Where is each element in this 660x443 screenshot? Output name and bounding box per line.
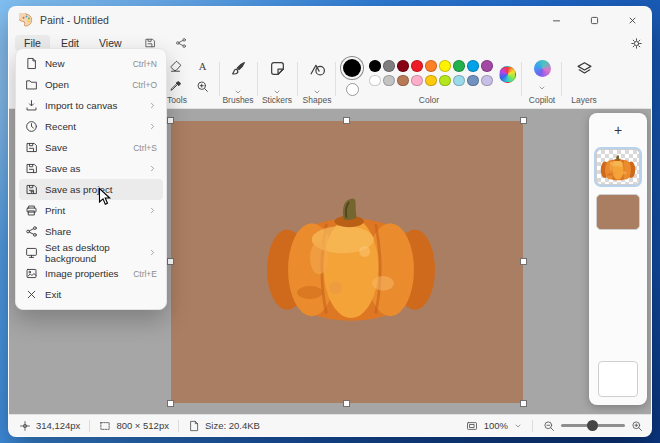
ribbon-separator (257, 62, 258, 96)
properties-icon (25, 267, 38, 280)
layers-button[interactable] (563, 55, 605, 81)
copilot-label: Copilot (523, 95, 561, 105)
color-swatch-2[interactable] (397, 60, 409, 72)
save-as-icon (25, 162, 38, 175)
sticker-icon (269, 60, 286, 81)
eraser-tool-icon[interactable] (164, 58, 186, 76)
selection-handle-ml[interactable] (167, 258, 174, 265)
color-wheel-button[interactable] (499, 66, 516, 83)
file-menu-item-label: Save as (45, 163, 80, 174)
color-swatch-11[interactable] (397, 75, 409, 87)
selection-handle-tl[interactable] (167, 117, 174, 124)
color-swatch-15[interactable] (453, 75, 465, 87)
color-palette (369, 60, 495, 89)
color-swatch-5[interactable] (439, 60, 451, 72)
color-swatch-4[interactable] (425, 60, 437, 72)
copilot-button[interactable] (523, 55, 561, 96)
brushes-button[interactable] (221, 55, 255, 100)
window-controls (537, 7, 651, 33)
maximize-button[interactable] (575, 7, 613, 33)
menu-shortcut: Ctrl+O (132, 80, 157, 90)
file-menu-item-image-properties[interactable]: Image propertiesCtrl+E (19, 263, 163, 284)
color-swatch-10[interactable] (383, 75, 395, 87)
minimize-button[interactable] (537, 7, 575, 33)
file-menu-item-recent[interactable]: Recent (19, 116, 163, 137)
eyedropper-tool-icon[interactable] (164, 78, 186, 96)
selection-handle-bl[interactable] (167, 400, 174, 407)
zoom-out-icon[interactable] (543, 420, 555, 432)
zoom-dropdown-chevron-icon[interactable] (514, 422, 522, 430)
foreground-color-swatch[interactable] (343, 59, 361, 77)
shapes-button[interactable] (299, 55, 335, 100)
shapes-icon (309, 60, 326, 81)
open-icon (25, 78, 38, 91)
exit-icon (25, 288, 38, 301)
add-layer-button[interactable]: + (607, 120, 629, 140)
file-size-icon (188, 420, 200, 432)
file-menu-item-open[interactable]: OpenCtrl+O (19, 74, 163, 95)
file-menu-item-save[interactable]: SaveCtrl+S (19, 137, 163, 158)
chevron-down-icon (538, 78, 546, 96)
file-menu-item-set-as-desktop-background[interactable]: Set as desktop background (19, 242, 163, 263)
shapes-group: Shapes (299, 55, 335, 107)
selection-handle-br[interactable] (520, 400, 527, 407)
file-menu-item-label: Recent (45, 121, 76, 132)
close-button[interactable] (613, 7, 651, 33)
zoom-slider[interactable] (561, 424, 625, 427)
file-menu-item-exit[interactable]: Exit (19, 284, 163, 305)
color-swatch-17[interactable] (481, 75, 493, 87)
color-swatch-16[interactable] (467, 75, 479, 87)
file-menu-item-import-to-canvas[interactable]: Import to canvas (19, 95, 163, 116)
color-swatch-13[interactable] (425, 75, 437, 87)
settings-gear-icon[interactable] (630, 37, 643, 50)
pumpkin-thumbnail-artwork (598, 152, 638, 182)
color-swatch-1[interactable] (383, 60, 395, 72)
zoom-in-icon[interactable] (631, 420, 643, 432)
stickers-button[interactable] (259, 55, 295, 100)
file-menu-item-save-as[interactable]: Save as (19, 158, 163, 179)
magnifier-tool-icon[interactable] (191, 78, 213, 96)
submenu-chevron-icon (148, 248, 157, 257)
copilot-group: Copilot (523, 55, 561, 107)
selection-handle-mr[interactable] (520, 258, 527, 265)
color-swatch-3[interactable] (411, 60, 423, 72)
color-swatch-0[interactable] (369, 60, 381, 72)
fit-to-screen-icon[interactable] (466, 420, 478, 432)
selection-handle-tm[interactable] (343, 117, 350, 124)
zoom-level[interactable]: 100% (484, 420, 508, 431)
canvas[interactable] (171, 121, 523, 403)
color-swatch-6[interactable] (453, 60, 465, 72)
submenu-chevron-icon (148, 101, 157, 110)
selection-handle-tr[interactable] (520, 117, 527, 124)
file-menu-item-label: Save (45, 142, 67, 153)
file-menu-item-label: Set as desktop background (45, 242, 141, 264)
recent-icon (25, 120, 38, 133)
file-menu-item-share[interactable]: Share (19, 221, 163, 242)
canvas-background-thumbnail[interactable] (598, 361, 638, 397)
color-swatch-14[interactable] (439, 75, 451, 87)
file-menu-item-label: Exit (45, 289, 61, 300)
zoom-slider-thumb[interactable] (587, 420, 598, 431)
statusbar-separator (178, 420, 179, 432)
layer-thumbnail-background-color[interactable] (596, 194, 640, 230)
brushes-group: Brushes (221, 55, 255, 107)
import-icon (25, 99, 38, 112)
color-swatch-8[interactable] (481, 60, 493, 72)
share-icon[interactable] (169, 37, 193, 49)
text-tool-icon[interactable]: A (191, 58, 213, 76)
color-swatch-9[interactable] (369, 75, 381, 87)
color-swatch-12[interactable] (411, 75, 423, 87)
selection-handle-bm[interactable] (343, 400, 350, 407)
pumpkin-artwork (255, 183, 447, 329)
menu-shortcut: Ctrl+S (133, 143, 157, 153)
stickers-group: Stickers (259, 55, 295, 107)
selection-size-icon (99, 420, 111, 432)
file-menu-item-print[interactable]: Print (19, 200, 163, 221)
file-menu-item-new[interactable]: NewCtrl+N (19, 53, 163, 74)
file-menu-item-save-as-project[interactable]: Save as project (19, 179, 163, 200)
layer-thumbnail-pumpkin[interactable] (596, 149, 640, 185)
share-icon (25, 225, 38, 238)
statusbar-separator (532, 420, 533, 432)
color-swatch-7[interactable] (467, 60, 479, 72)
statusbar-separator (89, 420, 90, 432)
